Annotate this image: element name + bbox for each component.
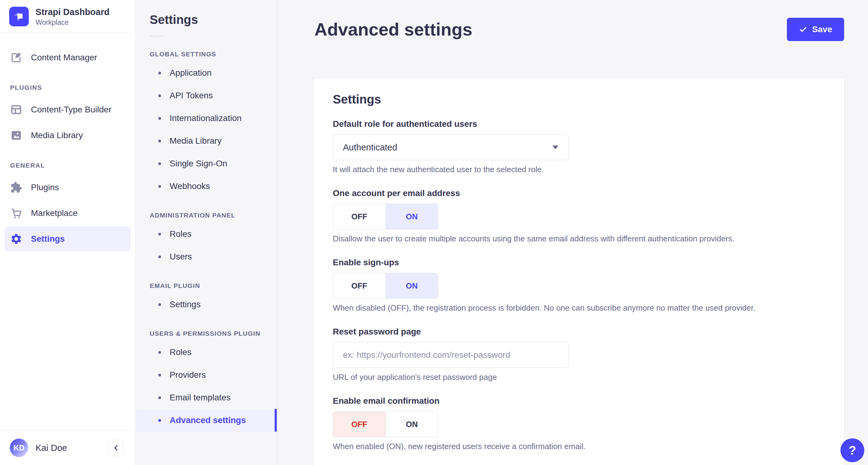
- bullet-icon: [158, 397, 161, 399]
- subnav-item-advanced-settings[interactable]: Advanced settings: [136, 409, 277, 432]
- user-row: KD Kai Doe: [0, 431, 135, 465]
- settings-panel: Settings Default role for authenticated …: [313, 79, 844, 465]
- subnav-item-label: Single Sign-On: [169, 159, 227, 169]
- field-email-confirmation: Enable email confirmation OFF ON When en…: [333, 396, 825, 451]
- field-hint: URL of your application's reset password…: [333, 373, 825, 382]
- bullet-icon: [158, 351, 161, 354]
- settings-subnav: Settings GLOBAL SETTINGS Application API…: [136, 0, 277, 465]
- subnav-item-single-sign-on[interactable]: Single Sign-On: [136, 152, 277, 175]
- sidebar-item-label: Settings: [31, 234, 65, 244]
- email-confirmation-toggle-on[interactable]: ON: [385, 412, 438, 437]
- subnav-item-roles-admin[interactable]: Roles: [136, 223, 277, 245]
- caret-down-icon: [552, 146, 558, 149]
- sidebar-section-plugins: PLUGINS: [10, 84, 131, 91]
- email-confirmation-toggle-off[interactable]: OFF: [333, 412, 385, 437]
- content-type-builder-icon: [10, 104, 22, 116]
- main-sidebar: Strapi Dashboard Workplace Content Manag…: [0, 0, 136, 465]
- subnav-item-label: Email templates: [169, 393, 230, 403]
- bullet-icon: [158, 256, 161, 258]
- subnav-item-webhooks[interactable]: Webhooks: [136, 175, 277, 198]
- field-hint: When enabled (ON), new registered users …: [333, 442, 825, 451]
- subnav-item-label: API Tokens: [169, 91, 213, 100]
- sidebar-item-content-manager[interactable]: Content Manager: [5, 45, 131, 70]
- brand[interactable]: Strapi Dashboard Workplace: [0, 0, 135, 33]
- bullet-icon: [158, 303, 161, 306]
- save-button[interactable]: Save: [787, 18, 844, 41]
- subnav-section-users-permissions-plugin: USERS & PERMISSIONS PLUGIN: [150, 330, 263, 337]
- subnav-item-media-library[interactable]: Media Library: [136, 129, 277, 152]
- subnav-item-label: Users: [169, 252, 192, 262]
- field-label: Default role for authenticated users: [333, 119, 825, 129]
- bullet-icon: [158, 94, 161, 97]
- page-title: Advanced settings: [314, 19, 472, 41]
- field-label: One account per email address: [333, 188, 825, 198]
- content-manager-icon: [10, 52, 22, 64]
- gear-icon: [10, 233, 22, 245]
- field-label: Enable email confirmation: [333, 396, 825, 406]
- media-library-icon: [10, 129, 22, 142]
- bullet-icon: [158, 374, 161, 376]
- subnav-item-label: Providers: [169, 370, 206, 380]
- subnav-item-email-settings[interactable]: Settings: [136, 293, 277, 316]
- subnav-section-global-settings: GLOBAL SETTINGS: [150, 51, 263, 58]
- reset-password-input[interactable]: [333, 342, 568, 368]
- field-label: Reset password page: [333, 327, 825, 337]
- puzzle-icon: [10, 181, 22, 194]
- subnav-item-users[interactable]: Users: [136, 245, 277, 268]
- strapi-logo-icon: [9, 7, 29, 26]
- save-button-label: Save: [812, 25, 832, 34]
- default-role-select[interactable]: Authenticated: [333, 135, 568, 160]
- enable-signups-toggle-on[interactable]: ON: [385, 273, 438, 298]
- enable-signups-toggle-off[interactable]: OFF: [333, 273, 385, 298]
- subnav-item-label: Application: [169, 68, 212, 78]
- one-account-toggle-on[interactable]: ON: [385, 204, 438, 229]
- enable-signups-toggle: OFF ON: [333, 273, 438, 299]
- collapse-sidebar-button[interactable]: [108, 439, 124, 457]
- sidebar-item-label: Plugins: [31, 182, 59, 192]
- sidebar-footer: KD Kai Doe: [0, 430, 135, 465]
- subnav-item-roles-up[interactable]: Roles: [136, 341, 277, 364]
- sidebar-item-label: Content Manager: [31, 53, 97, 62]
- panel-title: Settings: [333, 92, 825, 106]
- bullet-icon: [158, 117, 161, 120]
- sidebar-nav: Content Manager PLUGINS Content-Type Bui…: [0, 33, 135, 430]
- sidebar-item-media-library[interactable]: Media Library: [5, 123, 131, 148]
- subnav-item-api-tokens[interactable]: API Tokens: [136, 84, 277, 107]
- field-default-role: Default role for authenticated users Aut…: [333, 119, 825, 174]
- page-header: Advanced settings Save: [277, 0, 868, 41]
- sidebar-section-general: GENERAL: [10, 162, 131, 169]
- default-role-selected-value: Authenticated: [343, 142, 397, 152]
- field-hint: When disabled (OFF), the registration pr…: [333, 303, 825, 313]
- bullet-icon: [158, 140, 161, 142]
- sidebar-item-content-type-builder[interactable]: Content-Type Builder: [5, 97, 131, 122]
- brand-subtitle: Workplace: [35, 19, 110, 27]
- bullet-icon: [158, 72, 161, 75]
- check-icon: [799, 25, 807, 34]
- sidebar-item-label: Media Library: [31, 130, 83, 140]
- subnav-item-label: Advanced settings: [169, 415, 246, 425]
- subnav-item-label: Media Library: [169, 136, 222, 146]
- subnav-item-label: Roles: [169, 347, 192, 357]
- sidebar-item-marketplace[interactable]: Marketplace: [5, 201, 131, 226]
- subnav-item-label: Webhooks: [169, 181, 210, 191]
- field-hint: Disallow the user to create multiple acc…: [333, 234, 825, 243]
- field-enable-signups: Enable sign-ups OFF ON When disabled (OF…: [333, 258, 825, 313]
- divider: [150, 36, 164, 36]
- sidebar-item-plugins[interactable]: Plugins: [5, 175, 131, 200]
- one-account-toggle-off[interactable]: OFF: [333, 204, 385, 229]
- brand-text: Strapi Dashboard Workplace: [35, 7, 110, 27]
- subnav-item-email-templates[interactable]: Email templates: [136, 386, 277, 409]
- one-account-toggle: OFF ON: [333, 204, 438, 229]
- help-button[interactable]: ?: [840, 438, 864, 462]
- sidebar-item-settings[interactable]: Settings: [5, 227, 131, 251]
- brand-title: Strapi Dashboard: [35, 7, 110, 18]
- subnav-item-application[interactable]: Application: [136, 62, 277, 84]
- bullet-icon: [158, 233, 161, 236]
- main-content: Advanced settings Save Settings Default …: [277, 0, 868, 465]
- subnav-section-administration-panel: ADMINISTRATION PANEL: [150, 212, 263, 219]
- subnav-item-providers[interactable]: Providers: [136, 364, 277, 386]
- sidebar-item-label: Marketplace: [31, 208, 78, 218]
- sidebar-item-label: Content-Type Builder: [31, 105, 112, 115]
- subnav-item-internationalization[interactable]: Internationalization: [136, 107, 277, 129]
- chevron-left-icon: [112, 443, 121, 453]
